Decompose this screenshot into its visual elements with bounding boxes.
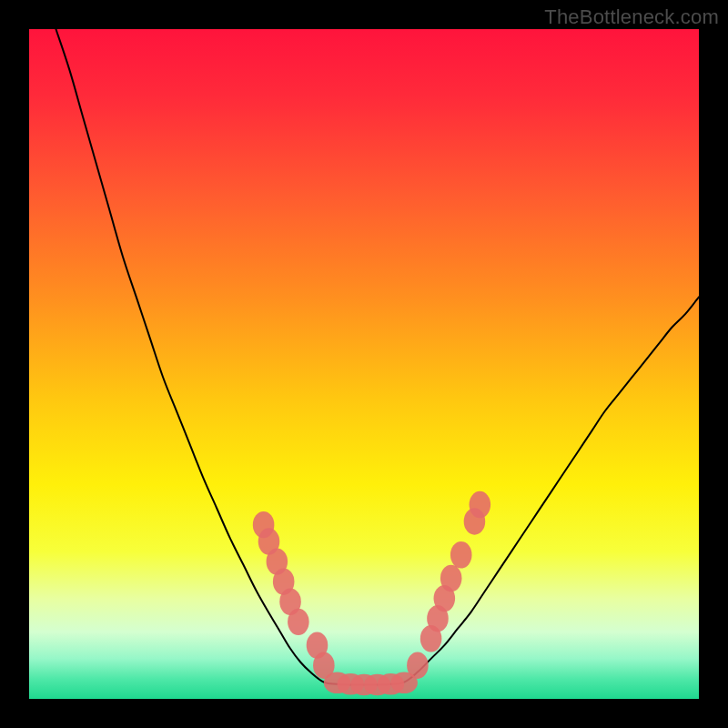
chart-frame: TheBottleneck.com: [0, 0, 728, 728]
watermark-label: TheBottleneck.com: [544, 5, 719, 29]
gradient-background: [29, 29, 699, 699]
plot-area: [29, 29, 699, 699]
marker-point: [407, 652, 429, 678]
marker-point: [440, 565, 462, 592]
marker-point: [288, 609, 309, 635]
plot-svg: [29, 29, 699, 699]
marker-point: [470, 491, 491, 518]
marker-point: [450, 541, 472, 568]
